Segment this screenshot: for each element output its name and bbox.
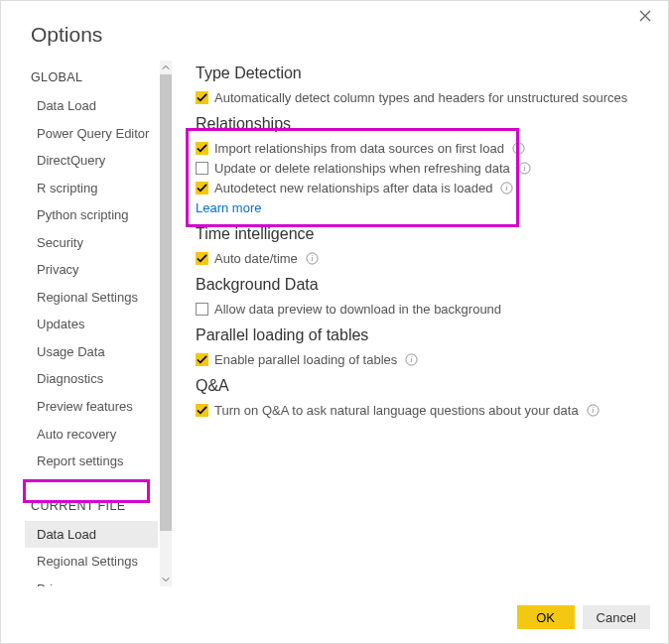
check-icon [197,143,207,154]
opt-label: Enable parallel loading of tables [214,352,397,367]
sidebar-item-current[interactable]: Data Load [25,521,158,549]
opt-parallel[interactable]: Enable parallel loading of tables [196,352,652,367]
opt-auto-datetime[interactable]: Auto date/time [196,251,652,266]
checkbox[interactable] [196,353,208,366]
info-icon[interactable] [518,162,531,175]
opt-label: Allow data preview to download in the ba… [214,302,501,317]
sidebar-item-global[interactable]: Usage Data [25,338,158,366]
info-icon[interactable] [512,142,525,155]
cancel-button[interactable]: Cancel [583,605,650,629]
info-icon[interactable] [500,182,513,194]
checkbox[interactable] [196,91,208,104]
learn-more-link[interactable]: Learn more [196,200,652,215]
group-title-qa: Q&A [196,377,652,395]
sidebar-item-global[interactable]: Report settings [25,448,158,475]
checkbox[interactable] [196,162,208,175]
close-icon [638,9,652,23]
sidebar: GLOBAL Data LoadPower Query EditorDirect… [25,61,172,586]
checkbox[interactable] [196,142,208,155]
group-title-parallel: Parallel loading of tables [196,326,652,344]
dialog-footer: OK Cancel [517,605,650,629]
chevron-up-icon [162,64,170,71]
opt-type-detect[interactable]: Automatically detect column types and he… [196,90,652,105]
checkbox[interactable] [196,404,208,417]
options-dialog: Options GLOBAL Data LoadPower Query Edit… [1,1,668,643]
sidebar-item-global[interactable]: DirectQuery [25,147,158,175]
sidebar-item-global[interactable]: Security [25,229,158,257]
opt-bg-preview[interactable]: Allow data preview to download in the ba… [196,302,652,317]
dialog-body: GLOBAL Data LoadPower Query EditorDirect… [1,61,668,586]
opt-rel-update[interactable]: Update or delete relationships when refr… [196,161,652,176]
scrollbar-down[interactable] [160,573,172,586]
info-icon[interactable] [405,353,418,366]
sidebar-item-global[interactable]: Privacy [25,256,158,284]
opt-label: Automatically detect column types and he… [214,90,627,105]
sidebar-item-current[interactable]: Privacy [25,576,158,586]
opt-rel-autodetect[interactable]: Autodetect new relationships after data … [196,181,652,195]
sidebar-item-global[interactable]: Diagnostics [25,365,158,393]
opt-qa[interactable]: Turn on Q&A to ask natural language ques… [196,403,652,418]
dialog-title: Options [1,1,668,61]
sidebar-item-global[interactable]: Python scripting [25,201,158,229]
group-title-type-detection: Type Detection [196,64,652,82]
sidebar-header-global: GLOBAL [25,61,172,92]
scrollbar-up[interactable] [160,61,172,74]
opt-label: Update or delete relationships when refr… [214,161,510,176]
group-title-relationships: Relationships [196,115,652,133]
main-panel: Type Detection Automatically detect colu… [172,61,668,586]
sidebar-item-global[interactable]: R scripting [25,175,158,202]
checkbox[interactable] [196,303,208,316]
sidebar-item-global[interactable]: Preview features [25,393,158,421]
scrollbar-track[interactable] [160,61,172,586]
sidebar-item-global[interactable]: Data Load [25,92,158,120]
chevron-down-icon [162,576,170,583]
sidebar-item-global[interactable]: Auto recovery [25,421,158,449]
checkbox[interactable] [196,252,208,265]
info-icon[interactable] [306,252,319,265]
opt-rel-import[interactable]: Import relationships from data sources o… [196,141,652,156]
sidebar-item-global[interactable]: Regional Settings [25,284,158,312]
opt-label: Autodetect new relationships after data … [214,181,492,195]
check-icon [197,183,207,193]
info-icon[interactable] [587,404,600,417]
scrollbar-thumb[interactable] [160,74,172,531]
close-button[interactable] [638,9,656,27]
opt-label: Import relationships from data sources o… [214,141,504,156]
sidebar-scroll: GLOBAL Data LoadPower Query EditorDirect… [25,61,172,586]
checkbox[interactable] [196,182,208,194]
ok-button[interactable]: OK [517,605,575,629]
check-icon [197,405,207,416]
sidebar-item-global[interactable]: Power Query Editor [25,120,158,148]
sidebar-header-current: CURRENT FILE [25,489,172,521]
sidebar-item-global[interactable]: Updates [25,311,158,338]
check-icon [197,253,207,264]
sidebar-item-current[interactable]: Regional Settings [25,548,158,576]
opt-label: Auto date/time [214,251,298,266]
group-title-time-intel: Time intelligence [196,225,652,243]
group-title-bg-data: Background Data [196,276,652,294]
opt-label: Turn on Q&A to ask natural language ques… [214,403,579,418]
check-icon [197,92,207,103]
check-icon [197,354,207,365]
